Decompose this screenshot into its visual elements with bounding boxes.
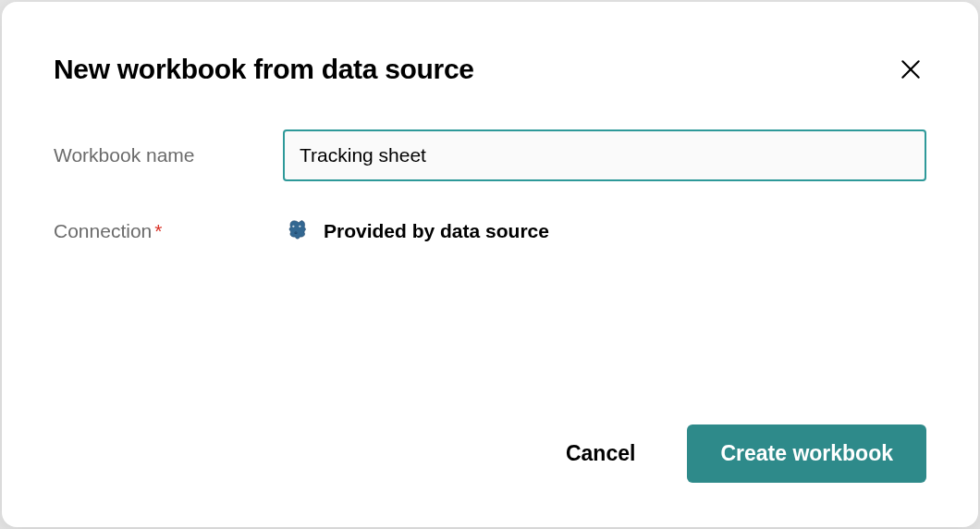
modal-title: New workbook from data source <box>54 54 474 85</box>
modal-header: New workbook from data source <box>54 54 926 85</box>
connection-text: Provided by data source <box>324 220 549 242</box>
workbook-name-input[interactable] <box>283 129 926 181</box>
svg-point-5 <box>300 226 300 227</box>
workbook-name-label: Workbook name <box>54 144 283 166</box>
workbook-name-row: Workbook name <box>54 129 926 181</box>
postgresql-icon <box>283 218 309 244</box>
required-indicator: * <box>154 220 162 241</box>
create-workbook-button[interactable]: Create workbook <box>687 424 926 483</box>
connection-label: Connection* <box>54 220 283 242</box>
close-button[interactable] <box>895 54 926 85</box>
connection-value: Provided by data source <box>283 218 549 244</box>
close-icon <box>899 57 923 81</box>
cancel-button[interactable]: Cancel <box>551 430 650 477</box>
svg-point-4 <box>293 226 294 227</box>
modal-footer: Cancel Create workbook <box>54 424 926 483</box>
connection-row: Connection* Provided by data source <box>54 218 926 244</box>
new-workbook-modal: New workbook from data source Workbook n… <box>2 2 978 527</box>
